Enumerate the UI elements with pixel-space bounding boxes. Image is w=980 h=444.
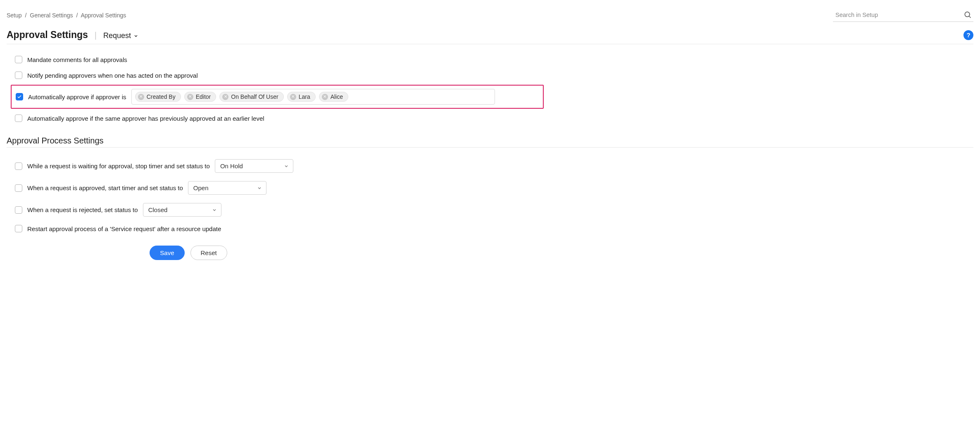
setting-label: Restart approval process of a 'Service r…: [27, 225, 221, 232]
checkbox-approved-status[interactable]: [15, 184, 22, 192]
module-dropdown[interactable]: Request: [103, 31, 138, 40]
tag: ✕ Alice: [319, 92, 348, 102]
select-value: Closed: [148, 206, 168, 213]
tag: ✕ Lara: [287, 92, 316, 102]
checkbox-auto-approve-prev[interactable]: [15, 115, 22, 122]
breadcrumb: Setup / General Settings / Approval Sett…: [7, 12, 126, 19]
breadcrumb-separator: /: [76, 12, 78, 19]
setting-label: When a request is approved, start timer …: [27, 184, 183, 191]
setting-auto-approve-if: Automatically approve if approver is ✕ C…: [11, 85, 544, 109]
breadcrumb-item[interactable]: General Settings: [30, 12, 73, 19]
chevron-down-icon: [284, 164, 289, 169]
breadcrumb-item[interactable]: Approval Settings: [81, 12, 126, 19]
select-approved-status[interactable]: Open: [188, 181, 266, 195]
tag: ✕ Created By: [135, 92, 181, 102]
setting-approved-status: When a request is approved, start timer …: [15, 177, 973, 199]
checkbox-restart-process[interactable]: [15, 225, 22, 232]
button-row: Save Reset: [15, 246, 362, 260]
tag-label: On Behalf Of User: [231, 93, 278, 100]
chevron-down-icon: [257, 186, 262, 191]
page-title: Approval Settings: [7, 29, 88, 41]
svg-point-0: [965, 12, 970, 17]
checkbox-auto-approve-if[interactable]: [16, 93, 23, 100]
tag-remove-icon[interactable]: ✕: [187, 94, 193, 100]
setting-rejected-status: When a request is rejected, set status t…: [15, 199, 973, 221]
chevron-down-icon: [133, 33, 138, 38]
svg-line-1: [969, 16, 971, 18]
setting-label: Mandate comments for all approvals: [27, 56, 127, 63]
setting-label: Notify pending approvers when one has ac…: [27, 72, 198, 79]
breadcrumb-item[interactable]: Setup: [7, 12, 22, 19]
setting-label: Automatically approve if approver is: [28, 93, 126, 100]
search-container: [833, 8, 973, 22]
approver-tags-input[interactable]: ✕ Created By ✕ Editor ✕ On Behalf Of Use…: [131, 89, 495, 105]
tag: ✕ On Behalf Of User: [219, 92, 283, 102]
tag-remove-icon[interactable]: ✕: [322, 94, 328, 100]
setting-restart-process: Restart approval process of a 'Service r…: [15, 221, 973, 236]
select-waiting-status[interactable]: On Hold: [215, 159, 293, 173]
tag-remove-icon[interactable]: ✕: [222, 94, 228, 100]
module-dropdown-label: Request: [103, 31, 131, 40]
checkbox-waiting-status[interactable]: [15, 162, 22, 170]
title-divider: |: [95, 31, 97, 40]
help-button[interactable]: ?: [963, 30, 973, 40]
select-value: Open: [193, 184, 209, 191]
setting-label: Automatically approve if the same approv…: [27, 115, 264, 122]
search-icon[interactable]: [963, 10, 972, 20]
setting-label: When a request is rejected, set status t…: [27, 206, 138, 213]
setting-label: While a request is waiting for approval,…: [27, 162, 210, 169]
tag-label: Created By: [147, 93, 176, 100]
tag: ✕ Editor: [184, 92, 216, 102]
setting-waiting-status: While a request is waiting for approval,…: [15, 155, 973, 177]
save-button[interactable]: Save: [150, 246, 184, 260]
setting-mandate-comments: Mandate comments for all approvals: [15, 52, 973, 67]
tag-label: Alice: [331, 93, 343, 100]
divider: [7, 44, 973, 44]
tag-remove-icon[interactable]: ✕: [290, 94, 296, 100]
breadcrumb-separator: /: [25, 12, 26, 19]
search-input[interactable]: [833, 8, 973, 22]
section-heading-process: Approval Process Settings: [7, 136, 973, 146]
setting-auto-approve-prev: Automatically approve if the same approv…: [15, 110, 973, 126]
checkbox-rejected-status[interactable]: [15, 206, 22, 214]
checkbox-mandate-comments[interactable]: [15, 56, 22, 63]
tag-label: Lara: [299, 93, 310, 100]
tag-remove-icon[interactable]: ✕: [138, 94, 144, 100]
chevron-down-icon: [212, 208, 217, 212]
checkbox-notify-pending[interactable]: [15, 72, 22, 79]
select-rejected-status[interactable]: Closed: [143, 203, 221, 217]
tag-label: Editor: [196, 93, 211, 100]
setting-notify-pending: Notify pending approvers when one has ac…: [15, 67, 973, 83]
divider: [7, 147, 973, 148]
select-value: On Hold: [220, 162, 243, 169]
reset-button[interactable]: Reset: [190, 246, 227, 260]
